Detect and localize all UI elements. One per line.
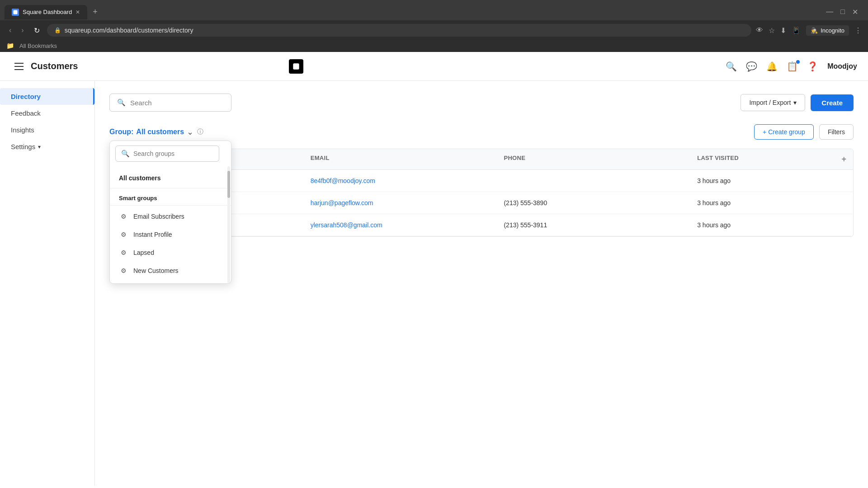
sidebar-item-directory[interactable]: Directory [0,88,94,105]
col-email: Email [303,149,497,169]
sidebar-item-directory-label: Directory [11,93,41,100]
notification-badge [796,60,800,64]
group-dropdown-icon[interactable]: ⌄ [187,127,193,137]
tab-title: Square Dashboard [23,9,72,15]
create-group-button[interactable]: + Create group [754,124,814,140]
customer-search-box[interactable]: 🔍 [109,94,231,112]
sidebar: Directory Feedback Insights Settings ▾ [0,81,95,486]
group-actions: + Create group Filters [754,124,854,140]
smart-group-icon-4: ⚙ [119,266,128,275]
active-tab[interactable]: Square Dashboard ✕ [5,5,87,19]
lock-icon: 🔒 [54,27,61,33]
content-header: 🔍 Import / Export ▾ Create [109,94,854,112]
bell-icon: 🔔 [766,61,778,71]
menu-dots-icon[interactable]: ⋮ [854,26,862,35]
instant-profile-label: Instant Profile [133,231,172,238]
td-phone-2: (213) 555-3890 [496,192,690,214]
notifications-button[interactable]: 🔔 [766,61,778,72]
dropdown-email-subscribers[interactable]: ⚙ Email Subscribers [110,207,231,225]
help-button[interactable]: ❓ [807,61,818,72]
sidebar-settings[interactable]: Settings ▾ [0,138,94,155]
search-groups-input[interactable] [133,150,213,157]
svg-rect-1 [293,63,299,69]
all-bookmarks-link[interactable]: All Bookmarks [19,42,57,49]
content-area: 🔍 Import / Export ▾ Create Group: All cu… [95,81,868,486]
dropdown-scroll-area[interactable]: All customers Smart groups ⚙ Email Subsc… [110,166,231,283]
sidebar-item-feedback[interactable]: Feedback [0,105,94,122]
minimize-button[interactable]: — [826,8,833,16]
import-export-button[interactable]: Import / Export ▾ [741,94,805,111]
top-nav-right: 🔍 💬 🔔 📋 ❓ Moodjoy [726,61,857,72]
filters-label: Filters [828,128,845,136]
td-extra-3 [835,214,853,236]
create-button[interactable]: Create [811,94,854,111]
group-label: Group: [109,128,133,136]
square-logo [289,59,303,74]
td-visited-1: 3 hours ago [690,170,835,192]
all-customers-option[interactable]: All customers [110,170,231,186]
chevron-down-icon: ▾ [38,144,41,150]
search-icon: 🔍 [117,99,126,107]
import-export-label: Import / Export [749,99,791,106]
top-nav: Customers 🔍 💬 🔔 📋 ❓ Moodjoy [0,52,868,81]
email-subscribers-label: Email Subscribers [133,213,184,220]
td-extra-1 [835,170,853,192]
refresh-button[interactable]: ↻ [31,24,42,37]
tab-close-button[interactable]: ✕ [75,9,80,15]
header-actions: Import / Export ▾ Create [741,94,854,111]
group-info-icon[interactable]: ⓘ [197,128,203,136]
tab-favicon [12,9,19,16]
user-avatar[interactable]: Moodjoy [827,62,857,70]
dropdown-instant-profile[interactable]: ⚙ Instant Profile [110,225,231,244]
create-label: Create [821,99,843,107]
dropdown-lapsed[interactable]: ⚙ Lapsed [110,244,231,262]
filters-button[interactable]: Filters [819,124,854,140]
new-tab-button[interactable]: + [89,4,101,20]
close-window-button[interactable]: ✕ [852,8,858,16]
messages-button[interactable]: 💬 [746,61,757,72]
eye-slash-icon: 👁 [756,26,763,34]
smart-group-icon-2: ⚙ [119,230,128,239]
forward-button[interactable]: › [19,24,26,36]
maximize-button[interactable]: □ [840,8,845,16]
bookmarks-folder-icon: 📁 [6,42,14,49]
col-phone: Phone [496,149,690,169]
search-nav-icon: 🔍 [726,61,737,71]
phone-icon[interactable]: 📱 [792,26,801,35]
app-container: Customers 🔍 💬 🔔 📋 ❓ Moodjoy [0,52,868,486]
incognito-profile-button[interactable]: 🕵 Incognito [806,25,849,36]
lapsed-label: Lapsed [133,249,154,256]
dropdown-search-wrapper: 🔍 [110,141,231,166]
search-groups-box[interactable]: 🔍 [115,145,219,162]
sidebar-item-insights-label: Insights [11,126,34,134]
incognito-icon: 🕵 [811,27,818,34]
messages-icon: 💬 [746,61,757,71]
help-icon: ❓ [807,61,818,71]
clipboard-button[interactable]: 📋 [787,61,798,72]
smart-group-icon: ⚙ [119,212,128,221]
main-layout: Directory Feedback Insights Settings ▾ 🔍 [0,81,868,486]
td-email-3: ylersarah508@gmail.com [303,214,497,236]
address-bar[interactable]: 🔒 squareup.com/dashboard/customers/direc… [47,24,752,37]
group-bar: Group: All customers ⌄ ⓘ 🔍 All customers [109,124,854,140]
profile-label: Incognito [821,27,844,34]
smart-group-icon-3: ⚙ [119,248,128,257]
bookmark-star-icon[interactable]: ☆ [769,26,775,35]
scrollbar-thumb[interactable] [227,171,230,198]
td-email-1: 8e4fb0f@moodjoy.com [303,170,497,192]
back-button[interactable]: ‹ [6,24,14,36]
sidebar-settings-label: Settings [11,143,35,150]
dropdown-new-customers[interactable]: ⚙ New Customers [110,262,231,280]
add-column-button[interactable]: + [835,149,853,169]
td-email-2: harjun@pageflow.com [303,192,497,214]
col-last-visited: Last Visited [690,149,835,169]
td-phone-1 [496,170,690,192]
sidebar-item-insights[interactable]: Insights [0,122,94,138]
new-customers-label: New Customers [133,267,179,274]
download-icon[interactable]: ⬇ [780,26,786,35]
svg-rect-0 [14,10,18,14]
hamburger-menu-button[interactable] [11,59,27,74]
search-nav-button[interactable]: 🔍 [726,61,737,72]
group-value[interactable]: All customers [136,128,184,136]
search-input[interactable] [130,99,224,107]
